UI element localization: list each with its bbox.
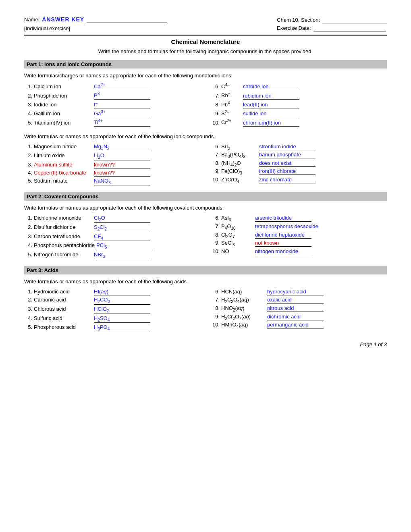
- acids-right-col: 6. HCN(aq) hydrocyanic acid 7. H2C2O4(aq…: [212, 289, 387, 333]
- list-item: 10. Cr2+ chromium(II) ion: [212, 118, 387, 126]
- ions-right-col: 6. C4– carbide ion 7. Rb+ rubidium ion 8…: [212, 83, 387, 128]
- list-item: 9. H2Cr2O7(aq) dichromic acid: [212, 314, 387, 321]
- list-item: 6. SrI2 strontium iodide: [212, 143, 387, 151]
- list-item: 4. Sulfuric acid H2SO4: [24, 315, 199, 323]
- list-item: 9. S2– sulfide ion: [212, 110, 387, 117]
- list-item: 3. Aluminum sulfite known??: [24, 162, 199, 168]
- part3-header: Part 3: Acids: [24, 266, 387, 274]
- list-item: 7. P4O10 tetraphosphorus decaoxide: [212, 223, 387, 231]
- list-item: 7. Rb+ rubidium ion: [212, 91, 387, 99]
- list-item: 7. H2C2O4(aq) oxalic acid: [212, 297, 387, 304]
- part2-instruction: Write formulas or names as appropriate f…: [24, 205, 387, 211]
- list-item: 2. Disulfur dichloride S2Cl2: [24, 224, 199, 232]
- list-item: 3. Iodide ion I–: [24, 101, 199, 108]
- list-item: 6. HCN(aq) hydrocyanic acid: [212, 289, 387, 295]
- part2-section: Part 2: Covalent Compounds Write formula…: [24, 192, 387, 260]
- ions-left-col: 1. Calcium ion Ca2+ 2. Phosphide ion P3–…: [24, 83, 199, 128]
- list-item: 8. HNO2(aq) nitrous acid: [212, 305, 387, 312]
- list-item: 1. Hydroiodic acid HI(aq): [24, 289, 199, 295]
- list-item: 10. NO nitrogen monoxide: [212, 248, 387, 255]
- list-item: 3. Chlorous acid HClO2: [24, 306, 199, 314]
- page-number: Page 1 of 3: [24, 341, 387, 347]
- main-instruction: Write the names and formulas for the fol…: [24, 48, 387, 54]
- list-item: 1. Dichlorine monoxide Cl2O: [24, 215, 199, 223]
- individual-label: [Individual exercise]: [24, 25, 70, 31]
- list-item: 2. Lithium oxide Li2O: [24, 152, 199, 160]
- double-rule: [24, 35, 387, 36]
- list-item: 8. (NH4)2O does not exist: [212, 160, 387, 167]
- list-item: 4. Phosphorus pentachloride PCl5: [24, 242, 199, 250]
- ionic-right-col: 6. SrI2 strontium iodide 7. Ba3(PO4)2 ba…: [212, 143, 387, 187]
- list-item: 8. Cl2O7 dichlorine heptaoxide: [212, 232, 387, 239]
- part1-instruction1: Write formulas/charges or names as appro…: [24, 73, 387, 79]
- part2-header: Part 2: Covalent Compounds: [24, 192, 387, 201]
- covalent-left-col: 1. Dichlorine monoxide Cl2O 2. Disulfur …: [24, 215, 199, 260]
- list-item: 5. Phosphorous acid H3PO4: [24, 324, 199, 332]
- list-item: 5. Nitrogen tribromide NBr3: [24, 251, 199, 260]
- answer-key-text: ANSWER KEY: [42, 16, 84, 23]
- header-right: Chem 10, Section: Exercise Date:: [277, 17, 387, 31]
- part1-header: Part 1: Ions and Ionic Compounds: [24, 60, 387, 69]
- part3-instruction: Write formulas or names as appropriate f…: [24, 278, 387, 285]
- exercise-date-label: Exercise Date:: [277, 25, 311, 31]
- list-item: 3. Carbon tetrafluoride CF4: [24, 233, 199, 241]
- list-item: 1. Magnesium nitride Mg3N2: [24, 143, 199, 152]
- name-label: Name:: [24, 17, 39, 23]
- acids-left-col: 1. Hydroiodic acid HI(aq) 2. Carbonic ac…: [24, 289, 199, 333]
- list-item: 8. Pb4+ lead(II) ion: [212, 101, 387, 108]
- list-item: 6. C4– carbide ion: [212, 83, 387, 90]
- list-item: 7. Ba3(PO4)2 barium phosphate: [212, 152, 387, 159]
- page-title: Chemical Nomenclature: [24, 38, 387, 45]
- ionic-left-col: 1. Magnesium nitride Mg3N2 2. Lithium ox…: [24, 143, 199, 187]
- chem-section-label: Chem 10, Section:: [277, 17, 320, 23]
- list-item: 9. Fe(ClO)3 iron(III) chlorate: [212, 168, 387, 175]
- list-item: 5. Sodium nitrate NaNO3: [24, 178, 199, 186]
- part1-section: Part 1: Ions and Ionic Compounds Write f…: [24, 60, 387, 187]
- list-item: 2. Phosphide ion P3–: [24, 91, 199, 99]
- header: Name: ANSWER KEY [Individual exercise] C…: [24, 16, 387, 31]
- list-item: 10. ZnCrO4 zinc chromate: [212, 177, 387, 184]
- list-item: 9. SeCl6 not known: [212, 240, 387, 247]
- list-item: 4. Copper(II) bicarbonate known??: [24, 170, 199, 177]
- list-item: 1. Calcium ion Ca2+: [24, 83, 199, 90]
- part3-section: Part 3: Acids Write formulas or names as…: [24, 266, 387, 333]
- list-item: 4. Gallium ion Ga3+: [24, 110, 199, 117]
- list-item: 2. Carbonic acid H2CO3: [24, 297, 199, 305]
- list-item: 6. AsI3 arsenic triiodide: [212, 215, 387, 222]
- covalent-right-col: 6. AsI3 arsenic triiodide 7. P4O10 tetra…: [212, 215, 387, 260]
- list-item: 10. HMnO4(aq) permanganic acid: [212, 322, 387, 329]
- part1-instruction2: Write formulas or names as appropriate f…: [24, 133, 387, 139]
- list-item: 5. Titanium(IV) ion Ti4+: [24, 118, 199, 126]
